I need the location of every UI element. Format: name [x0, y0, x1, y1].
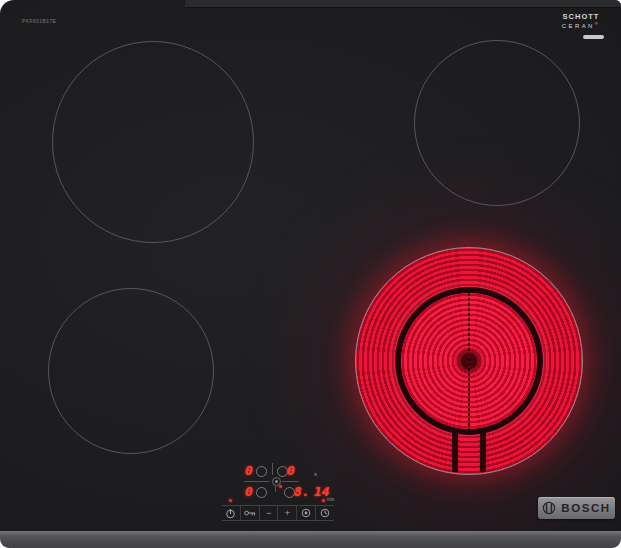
- power-indicator-dot: [229, 499, 232, 502]
- burner-back-left: [52, 41, 254, 243]
- timer-indicator-dot: [322, 499, 325, 502]
- min-label: min: [327, 498, 334, 503]
- zone-select-button[interactable]: [297, 506, 316, 520]
- display-divider: [282, 481, 299, 482]
- display-divider: [244, 481, 269, 482]
- model-label: PKF631B17E: [22, 18, 56, 24]
- element-terminal-gap: [480, 430, 486, 472]
- schott-ceran-logo: SCHOTT CERAN®: [558, 12, 604, 39]
- registered-mark: ®: [595, 21, 600, 26]
- timer-button[interactable]: [316, 506, 334, 520]
- burner-back-right: [414, 40, 580, 206]
- burner-front-left: [48, 288, 214, 454]
- display-back-left: 0: [245, 464, 253, 477]
- zone-select-icon: [301, 508, 311, 518]
- zone-ring-front-left: [256, 487, 267, 498]
- display-front-right: 8.: [294, 485, 310, 498]
- schott-line1: SCHOTT: [558, 12, 604, 21]
- plus-button[interactable]: +: [278, 506, 297, 520]
- display-back-right: 0: [287, 464, 295, 477]
- burner-front-right-glowing: [355, 247, 583, 475]
- power-button[interactable]: [222, 506, 241, 520]
- control-panel: 0 0 s 0 8. 14 min: [222, 458, 342, 522]
- seconds-indicator: s: [314, 471, 317, 477]
- schott-logo-bar: [583, 35, 604, 39]
- bosch-badge: BOSCH: [538, 497, 615, 519]
- power-icon: [225, 508, 236, 519]
- display-front-left: 0: [245, 485, 253, 498]
- touch-button-row: − +: [222, 505, 334, 521]
- active-zone-dot: [279, 485, 282, 488]
- schott-line2: CERAN®: [558, 21, 604, 31]
- bosch-wordmark: BOSCH: [561, 502, 611, 514]
- element-divider-line: [468, 293, 470, 429]
- bosch-emblem-icon: [542, 501, 556, 515]
- hob-glass: PKF631B17E SCHOTT CERAN® 0 0 s: [0, 0, 621, 531]
- zone-ring-back-left: [256, 466, 267, 477]
- timer-clock-icon: [320, 508, 330, 518]
- front-trim: [0, 531, 621, 548]
- hob-photo: PKF631B17E SCHOTT CERAN® 0 0 s: [0, 0, 621, 548]
- display-divider: [275, 486, 276, 492]
- glass-top-bevel: [185, 0, 621, 8]
- minus-button[interactable]: −: [260, 506, 279, 520]
- key-icon: [244, 509, 256, 517]
- burner-inner-element: [395, 287, 543, 435]
- element-terminal-gap: [452, 430, 458, 472]
- display-divider: [272, 463, 273, 475]
- child-lock-button[interactable]: [241, 506, 260, 520]
